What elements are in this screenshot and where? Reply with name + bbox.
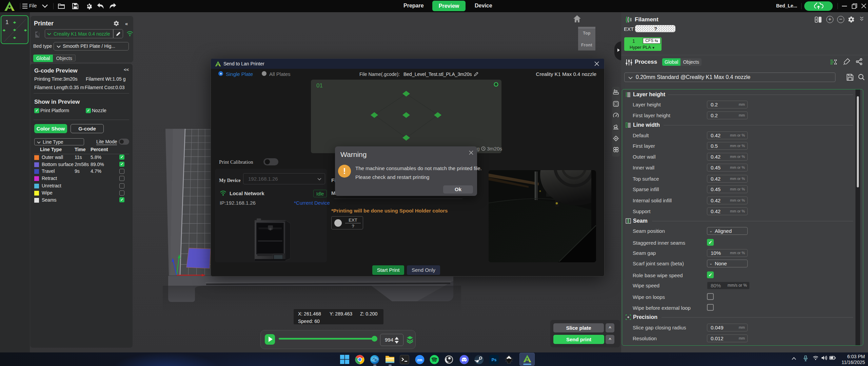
svg-text:Ps: Ps — [492, 358, 497, 362]
svg-text:zm: zm — [417, 358, 422, 362]
